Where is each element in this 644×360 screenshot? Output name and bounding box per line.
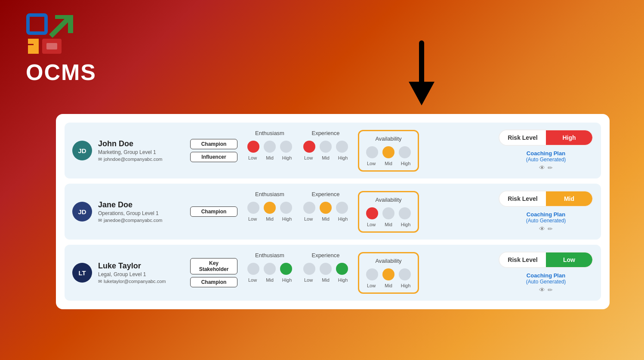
coaching-plan-title: Coaching Plan	[499, 272, 593, 279]
risk-section-jane-doe: Risk Level Mid Coaching Plan (Auto Gener…	[499, 191, 593, 233]
dot-mid	[320, 141, 332, 153]
person-info-jane-doe: Jane Doe Operations, Group Level 1 ✉ jan…	[98, 200, 184, 223]
person-email: ✉ luketaylor@companyabc.com	[98, 279, 184, 284]
dot-mid	[382, 146, 394, 158]
risk-level-value: High	[546, 130, 592, 145]
experience-dots	[303, 141, 348, 153]
svg-rect-0	[28, 15, 46, 33]
coaching-plan-luke-taylor: Coaching Plan (Auto Generated) 👁 ✏	[499, 272, 593, 294]
dot-low	[303, 202, 315, 214]
email-icon: ✉	[98, 157, 102, 162]
dot-mid	[264, 202, 276, 214]
risk-level-value: Low	[546, 252, 592, 267]
availability-group-jane-doe: Availability Low Mid High	[358, 191, 419, 233]
dot-high	[399, 146, 411, 158]
dot-low	[247, 141, 259, 153]
svg-marker-6	[409, 82, 434, 105]
dot-high	[280, 141, 292, 153]
dot-high	[280, 263, 292, 275]
edit-icon[interactable]: ✏	[548, 286, 553, 293]
experience-label: Experience	[311, 191, 339, 197]
coaching-plan-john-doe: Coaching Plan (Auto Generated) 👁 ✏	[499, 150, 593, 172]
svg-marker-2	[28, 39, 39, 54]
dot-high	[336, 263, 348, 275]
ratings-jane-doe: Enthusiasm Low Mid High Experience	[246, 191, 492, 233]
person-row-john-doe: JD John Doe Marketing, Group Level 1 ✉ j…	[65, 123, 601, 178]
availability-group-john-doe: Availability Low Mid High	[358, 130, 419, 172]
email-icon: ✉	[98, 279, 102, 284]
down-arrow-icon	[404, 39, 439, 108]
dot-high	[280, 202, 292, 214]
enthusiasm-dots	[247, 202, 292, 214]
coaching-plan-sub: (Auto Generated)	[499, 218, 593, 224]
arrow-indicator	[404, 39, 439, 109]
view-icon[interactable]: 👁	[539, 225, 545, 232]
availability-label: Availability	[375, 197, 401, 203]
experience-group: Experience Low Mid High	[302, 191, 349, 233]
risk-level-label: Risk Level	[499, 191, 546, 206]
coaching-plan-jane-doe: Coaching Plan (Auto Generated) 👁 ✏	[499, 211, 593, 233]
person-email: ✉ johndoe@companyabc.com	[98, 157, 184, 162]
dot-high	[336, 141, 348, 153]
dot-mid	[320, 263, 332, 275]
risk-level-bar: Risk Level Mid	[499, 191, 593, 207]
person-row-luke-taylor: LT Luke Taylor Legal, Group Level 1 ✉ lu…	[65, 245, 601, 301]
view-icon[interactable]: 👁	[539, 286, 545, 293]
role-badges-luke-taylor: Key Stakeholder Champion	[190, 258, 237, 287]
availability-dot-labels: Low Mid High	[365, 222, 412, 227]
availability-dots	[366, 207, 411, 219]
risk-level-value: Mid	[546, 191, 592, 206]
enthusiasm-dots	[247, 263, 292, 275]
risk-section-john-doe: Risk Level High Coaching Plan (Auto Gene…	[499, 129, 593, 172]
person-dept: Operations, Group Level 1	[98, 210, 184, 216]
experience-dots	[303, 263, 348, 275]
view-icon[interactable]: 👁	[539, 164, 545, 171]
email-icon: ✉	[98, 218, 102, 223]
dot-mid	[264, 141, 276, 153]
enthusiasm-label: Enthusiasm	[255, 191, 284, 197]
avatar-john-doe: JD	[72, 141, 92, 160]
dot-low	[366, 146, 378, 158]
person-name: John Doe	[98, 139, 184, 148]
avatar-jane-doe: JD	[72, 202, 92, 222]
dot-mid	[264, 263, 276, 275]
coaching-icons: 👁 ✏	[539, 164, 553, 171]
dot-low	[247, 263, 259, 275]
edit-icon[interactable]: ✏	[548, 225, 553, 232]
risk-level-label: Risk Level	[499, 252, 546, 267]
role-badge-champion: Champion	[190, 206, 237, 217]
coaching-plan-title: Coaching Plan	[499, 211, 593, 218]
role-badge-influencer: Influencer	[190, 152, 237, 162]
dot-high	[336, 202, 348, 214]
app-title: OCMS	[26, 59, 96, 85]
dot-mid	[320, 202, 332, 214]
availability-label: Availability	[375, 135, 401, 142]
logo-icon	[26, 13, 77, 56]
person-email: ✉ janedoe@companyabc.com	[98, 218, 184, 223]
experience-group: Experience Low Mid High	[302, 252, 349, 294]
risk-level-bar: Risk Level High	[499, 129, 593, 146]
enthusiasm-dots	[247, 141, 292, 153]
role-badges-jane-doe: Champion	[190, 206, 237, 217]
dot-low	[366, 268, 378, 280]
person-dept: Marketing, Group Level 1	[98, 149, 184, 155]
person-info-luke-taylor: Luke Taylor Legal, Group Level 1 ✉ luket…	[98, 262, 184, 284]
logo-area: OCMS	[26, 13, 96, 85]
enthusiasm-group: Enthusiasm Low Mid High	[246, 252, 293, 294]
enthusiasm-dot-labels: Low Mid High	[247, 155, 293, 160]
coaching-plan-sub: (Auto Generated)	[499, 157, 593, 163]
coaching-plan-sub: (Auto Generated)	[499, 279, 593, 285]
avatar-luke-taylor: LT	[72, 263, 92, 283]
edit-icon[interactable]: ✏	[548, 164, 553, 171]
dot-low	[366, 207, 378, 219]
ratings-luke-taylor: Enthusiasm Low Mid High Experience	[246, 252, 492, 294]
experience-dot-labels: Low Mid High	[302, 216, 349, 222]
person-info-john-doe: John Doe Marketing, Group Level 1 ✉ john…	[98, 139, 184, 162]
person-name: Luke Taylor	[98, 262, 184, 271]
availability-group-luke-taylor: Availability Low Mid High	[358, 252, 419, 294]
enthusiasm-dot-labels: Low Mid High	[247, 216, 293, 222]
risk-level-label: Risk Level	[499, 130, 546, 145]
availability-label: Availability	[375, 258, 401, 264]
enthusiasm-label: Enthusiasm	[255, 252, 284, 258]
person-name: Jane Doe	[98, 200, 184, 209]
